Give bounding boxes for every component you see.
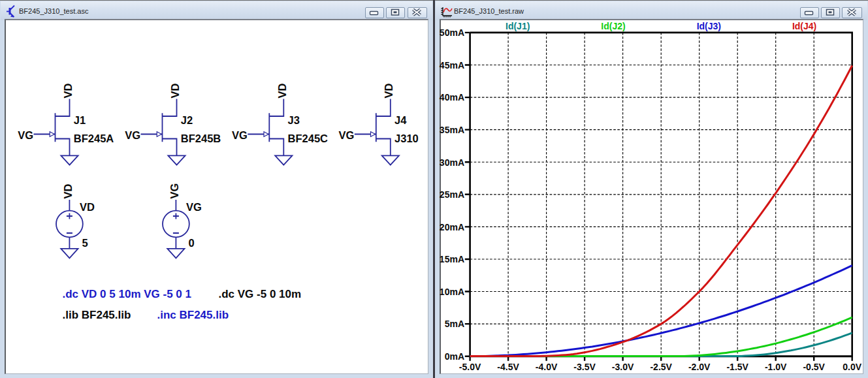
svg-text:45mA: 45mA <box>440 60 464 71</box>
svg-text:-0.5V: -0.5V <box>803 362 825 372</box>
svg-text:10mA: 10mA <box>440 287 464 297</box>
svg-text:VD: VD <box>62 183 74 198</box>
svg-text:50mA: 50mA <box>440 27 464 38</box>
svg-text:-2.5V: -2.5V <box>650 362 672 372</box>
svg-text:VG: VG <box>232 129 248 141</box>
svg-text:0: 0 <box>189 237 195 249</box>
svg-text:J4: J4 <box>394 114 407 126</box>
svg-text:VG: VG <box>338 129 354 141</box>
svg-text:25mA: 25mA <box>440 189 464 200</box>
svg-text:VG: VG <box>169 183 180 199</box>
svg-text:-1.5V: -1.5V <box>726 362 748 372</box>
svg-text:-4.0V: -4.0V <box>536 362 558 372</box>
svg-text:VG: VG <box>186 201 202 213</box>
svg-text:15mA: 15mA <box>440 254 464 264</box>
svg-text:VD: VD <box>383 83 394 98</box>
svg-text:-3.5V: -3.5V <box>573 362 596 372</box>
svg-text:BF245B: BF245B <box>181 133 221 144</box>
svg-text:J310: J310 <box>394 133 419 144</box>
svg-text:0.0V: 0.0V <box>843 362 861 372</box>
svg-text:35mA: 35mA <box>440 125 464 135</box>
svg-text:-1.0V: -1.0V <box>765 362 787 372</box>
svg-text:Id(J2): Id(J2) <box>601 21 625 31</box>
svg-text:-5.0V: -5.0V <box>459 362 481 372</box>
svg-text:VD: VD <box>62 83 74 98</box>
svg-text:.dc VG -5 0 10m: .dc VG -5 0 10m <box>219 288 302 300</box>
svg-text:-2.0V: -2.0V <box>688 362 711 372</box>
svg-text:J3: J3 <box>288 114 300 126</box>
svg-text:Id(J4): Id(J4) <box>792 21 816 31</box>
svg-text:BF245A: BF245A <box>74 133 114 144</box>
svg-text:.dc VD 0 5 10m VG -5 0 1: .dc VD 0 5 10m VG -5 0 1 <box>63 288 191 300</box>
svg-text:5: 5 <box>82 237 88 249</box>
svg-text:VD: VD <box>80 201 95 213</box>
svg-text:Id(J1): Id(J1) <box>506 21 530 31</box>
svg-text:-3.0V: -3.0V <box>612 362 634 372</box>
svg-text:40mA: 40mA <box>440 92 464 102</box>
svg-text:BF245C: BF245C <box>288 133 329 144</box>
svg-text:Id(J3): Id(J3) <box>697 21 721 31</box>
svg-text:5mA: 5mA <box>445 319 464 329</box>
svg-text:VD: VD <box>276 83 288 98</box>
svg-text:.lib BF245.lib: .lib BF245.lib <box>63 309 131 321</box>
svg-text:VG: VG <box>18 129 33 141</box>
svg-text:30mA: 30mA <box>440 157 464 168</box>
svg-text:VG: VG <box>125 129 140 141</box>
svg-text:-4.5V: -4.5V <box>497 362 519 372</box>
svg-text:20mA: 20mA <box>440 222 464 232</box>
svg-text:0mA: 0mA <box>445 351 464 362</box>
svg-text:.inc BF245.lib: .inc BF245.lib <box>157 309 229 321</box>
svg-text:J1: J1 <box>74 114 86 126</box>
svg-text:VD: VD <box>169 83 181 98</box>
svg-text:J2: J2 <box>181 114 193 126</box>
